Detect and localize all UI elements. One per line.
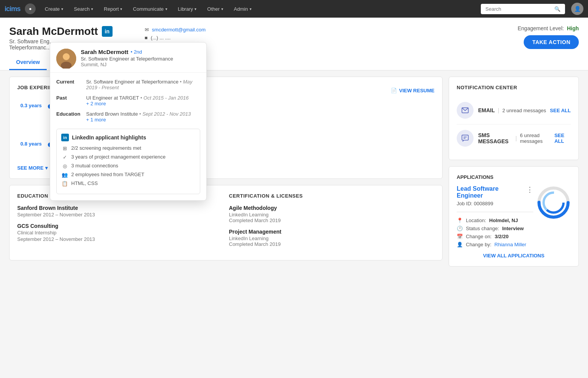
- nav-communicate[interactable]: Communicate ▾: [128, 0, 172, 18]
- cert-provider-1: LinkedIn Learning: [229, 212, 434, 218]
- email-icon: ✉: [145, 27, 149, 33]
- nav-circle-icon[interactable]: ●: [25, 3, 36, 14]
- highlight-item-4: 👥 2 employees hired from TARGET: [61, 172, 195, 178]
- nav-search[interactable]: Search ▾: [69, 0, 98, 18]
- take-action-button[interactable]: TAKE ACTION: [524, 35, 579, 49]
- popup-current-value: Sr. Software Engineer at Teleperformance…: [86, 79, 200, 90]
- linkedin-popup: Sarah McDermott • 2nd Sr. Software Engin…: [50, 42, 207, 201]
- chevron-down-icon: ▾: [45, 165, 48, 171]
- grid-icon: ⊞: [61, 146, 68, 151]
- view-all-applications-link[interactable]: VIEW ALL APPLICATIONS: [457, 247, 571, 259]
- resume-icon: 📄: [391, 88, 397, 93]
- user-avatar[interactable]: 👤: [571, 3, 583, 15]
- nav-admin[interactable]: Admin ▾: [229, 0, 256, 18]
- popup-edu-more[interactable]: + 1 more: [86, 117, 106, 123]
- cert-completed-1: Completed March 2019: [229, 218, 434, 223]
- linkedin-badge[interactable]: in: [102, 26, 113, 37]
- app-status-label: Status change:: [466, 226, 499, 231]
- application-details: 📍 Location: Holmdel, NJ 🕐 Status change:…: [457, 218, 533, 247]
- edu-school-2: GCS Consulting: [17, 223, 223, 229]
- highlight-item-2: ✓ 3 years of project management experien…: [61, 154, 195, 160]
- people2-icon: 👥: [61, 172, 68, 178]
- app-change-by-link[interactable]: Rhianna Miller: [495, 242, 526, 247]
- right-column: NOTIFICATION CENTER EMAIL | 2 unread mes…: [449, 77, 579, 267]
- svg-point-13: [63, 53, 70, 60]
- app-status-row: 🕐 Status change: Interview: [457, 226, 533, 231]
- top-navigation: icims ● Create ▾ Search ▾ Report ▾ Commu…: [0, 0, 588, 18]
- popup-avatar: [56, 49, 76, 69]
- email-notification: EMAIL | 2 unread messages SEE ALL: [457, 97, 571, 124]
- nav-create[interactable]: Create ▾: [40, 0, 68, 18]
- person-icon: 👤: [457, 242, 463, 247]
- app-status: Interview: [502, 226, 524, 231]
- engagement-value: High: [567, 25, 579, 31]
- global-search-input[interactable]: [485, 6, 554, 12]
- sms-see-all[interactable]: SEE ALL: [554, 133, 571, 144]
- candidate-name: Sarah McDermott: [9, 25, 98, 38]
- app-change-on-row: 📅 Change on: 3/2/20: [457, 234, 533, 239]
- nav-report[interactable]: Report ▾: [99, 0, 127, 18]
- svg-rect-4: [462, 135, 469, 140]
- edu-item-1: Sanford Brown Institute September 2012 –…: [17, 205, 223, 218]
- education-section: EDUCATION Sanford Brown Institute Septem…: [17, 193, 223, 252]
- application-name[interactable]: Lead Software Engineer: [457, 185, 526, 199]
- app-location: Holmdel, NJ: [489, 218, 518, 223]
- popup-subtitle: Sr. Software Engineer at Teleperformance: [81, 56, 173, 62]
- edu-degree-2: Clinical Internship: [17, 230, 223, 236]
- cert-provider-2: LinkedIn Learning: [229, 236, 434, 241]
- cert-name-1: Agile Methodology: [229, 205, 434, 211]
- chevron-down-icon: ▾: [250, 7, 252, 11]
- popup-edu-label: Education: [56, 111, 83, 123]
- popup-highlights: in LinkedIn applicant highlights ⊞ 2/2 s…: [56, 129, 200, 194]
- chevron-down-icon: ▾: [165, 7, 167, 11]
- linkedin-highlights-icon: in: [61, 134, 69, 141]
- edu-dates-1: September 2012 – November 2013: [17, 212, 223, 218]
- people-icon: ◎: [61, 163, 68, 169]
- exp-years-2: 0.8 years: [17, 141, 48, 147]
- chevron-down-icon: ▾: [120, 7, 122, 11]
- popup-candidate-name: Sarah McDermott: [81, 49, 128, 55]
- popup-header: Sarah McDermott • 2nd Sr. Software Engin…: [50, 43, 206, 72]
- nav-library[interactable]: Library ▾: [173, 0, 201, 18]
- popup-past-label: Past: [56, 95, 83, 106]
- app-change-by-label: Change by:: [466, 242, 492, 247]
- email-link[interactable]: smcdermott@gmail.com: [152, 27, 206, 33]
- cert-item-1: Agile Methodology LinkedIn Learning Comp…: [229, 205, 434, 223]
- popup-past-more[interactable]: + 2 more: [86, 101, 106, 106]
- app-change-on-label: Change on:: [466, 234, 492, 239]
- sms-notification-icon: [457, 130, 474, 147]
- applications-card: APPLICATIONS Lead Software Engineer ⋮ Jo…: [449, 166, 579, 267]
- email-see-all[interactable]: SEE ALL: [550, 108, 571, 113]
- notification-center-card: NOTIFICATION CENTER EMAIL | 2 unread mes…: [449, 77, 579, 160]
- sms-notification: SMS MESSAGES | 6 unread messages SEE ALL: [457, 124, 571, 152]
- popup-location: Summit, NJ: [81, 62, 173, 67]
- highlight-item-3: ◎ 3 mutual connections: [61, 163, 195, 169]
- phone-contact: ■ (...) ... ....: [145, 35, 206, 41]
- view-resume-button[interactable]: 📄 VIEW RESUME: [391, 88, 434, 93]
- tab-overview[interactable]: Overview: [9, 55, 47, 70]
- popup-past-value: UI Engineer at TARGET • Oct 2015 - Jan 2…: [86, 95, 200, 106]
- clipboard-icon: 📋: [61, 181, 68, 187]
- applications-title: APPLICATIONS: [457, 174, 571, 180]
- email-label: EMAIL: [478, 107, 495, 113]
- engagement-label: Engagement Level:: [518, 25, 564, 31]
- nav-other[interactable]: Other ▾: [203, 0, 228, 18]
- svg-point-11: [547, 196, 560, 209]
- search-icon: 🔍: [554, 6, 560, 12]
- app-location-row: 📍 Location: Holmdel, NJ: [457, 218, 533, 223]
- phone-icon: ■: [145, 35, 148, 41]
- edu-item-2: GCS Consulting Clinical Internship Septe…: [17, 223, 223, 242]
- sms-count: 6 unread messages: [520, 133, 554, 144]
- application-menu-button[interactable]: ⋮: [526, 185, 533, 194]
- cert-name-2: Project Management: [229, 229, 434, 235]
- application-job-id: Job ID: 0008899: [457, 201, 533, 206]
- cert-completed-2: Completed March 2019: [229, 241, 434, 247]
- clock-icon: 🕐: [457, 226, 463, 231]
- chevron-down-icon: ▾: [194, 7, 196, 11]
- popup-current-section: Current Sr. Software Engineer at Teleper…: [50, 77, 206, 93]
- popup-edu-section: Education Sanford Brown Institute • Sept…: [50, 109, 206, 125]
- check-icon: ✓: [61, 154, 68, 160]
- popup-highlights-header: in LinkedIn applicant highlights: [61, 134, 195, 141]
- email-count: 2 unread messages: [502, 108, 546, 113]
- sms-label: SMS MESSAGES: [478, 132, 513, 144]
